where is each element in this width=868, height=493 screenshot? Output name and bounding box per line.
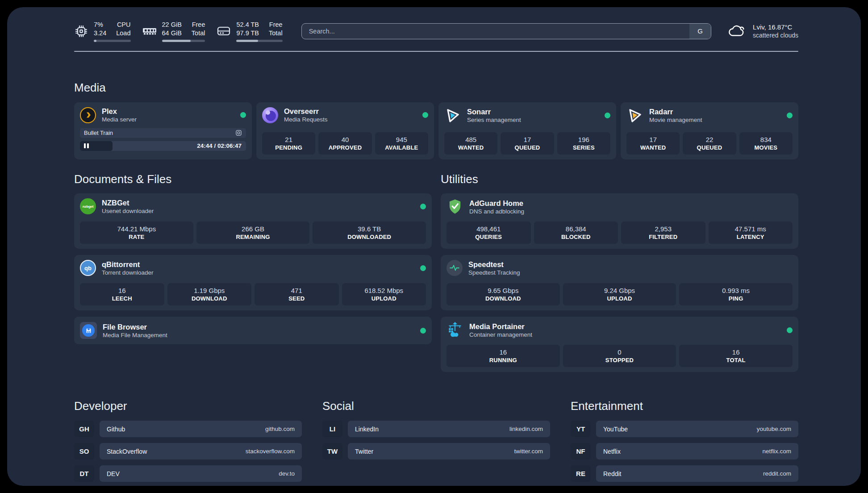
weather-condition: scattered clouds	[753, 32, 798, 39]
link-abbr-badge: SO	[74, 443, 94, 460]
app-subtitle: Media server	[102, 116, 137, 123]
stat-tile: 21PENDING	[262, 132, 315, 155]
link-abbr-badge: YT	[571, 421, 591, 437]
portainer-icon	[447, 322, 463, 338]
disk-stat: 52.4 TB 97.9 TB Free Total	[217, 21, 282, 42]
stat-tile: 16RUNNING	[447, 345, 560, 367]
filebrowser-icon	[80, 322, 97, 339]
search-engine-button[interactable]: G	[689, 24, 711, 39]
app-card-nzbget[interactable]: nzbget NZBGet Usenet downloader 744.21 M…	[74, 193, 432, 249]
link-netflix[interactable]: NF Netflix netflix.com	[571, 443, 798, 460]
app-card-overseerr[interactable]: Overseerr Media Requests 21PENDING 40APP…	[256, 102, 434, 159]
memory-free-label: Free	[192, 21, 205, 29]
stat-tile: 0.993 msPING	[679, 283, 793, 305]
app-subtitle: Movie management	[649, 117, 702, 123]
link-abbr-badge: LI	[322, 421, 342, 437]
status-dot	[240, 112, 246, 118]
cpu-load-label: Load	[116, 29, 130, 38]
link-linkedin[interactable]: LI LinkedIn linkedin.com	[322, 421, 550, 437]
sonarr-icon	[444, 107, 461, 124]
section-title-developer: Developer	[74, 400, 302, 413]
stat-tile: 0STOPPED	[563, 345, 676, 367]
app-card-radarr[interactable]: Radarr Movie management 17WANTED 22QUEUE…	[621, 102, 798, 159]
memory-stat: 22 GiB 64 GiB Free Total	[142, 21, 205, 42]
link-youtube[interactable]: YT YouTube youtube.com	[571, 421, 798, 437]
link-twitter[interactable]: TW Twitter twitter.com	[322, 443, 550, 460]
stat-tile: 86,384BLOCKED	[534, 221, 618, 244]
app-subtitle: Torrent downloader	[102, 269, 154, 276]
dashboard-screen: 7% 3.24 CPU Load	[0, 0, 868, 493]
app-card-portainer[interactable]: Media Portainer Container management 16R…	[441, 317, 798, 372]
stat-tile: 471SEED	[255, 283, 339, 305]
app-name: Speedtest	[468, 260, 520, 268]
section-media: Media Plex Media server	[74, 81, 798, 159]
app-subtitle: Speedtest Tracking	[468, 269, 520, 276]
status-dot	[787, 113, 793, 118]
dashboard-panel: 7% 3.24 CPU Load	[7, 7, 861, 486]
stat-tile: 9.65 GbpsDOWNLOAD	[447, 283, 560, 305]
app-subtitle: Media Requests	[284, 116, 328, 123]
app-card-qbittorrent[interactable]: qb qBittorrent Torrent downloader 16LEEC…	[74, 255, 432, 310]
memory-total-value: 64 GiB	[162, 29, 182, 38]
disk-free-value: 52.4 TB	[236, 21, 259, 29]
link-dev[interactable]: DT DEV dev.to	[74, 465, 302, 482]
overseerr-icon	[262, 107, 278, 123]
disk-progress-fill	[236, 40, 258, 42]
status-dot	[420, 328, 426, 334]
link-abbr-badge: RE	[571, 465, 591, 482]
cpu-label: CPU	[116, 21, 130, 29]
qbittorrent-icon: qb	[80, 260, 96, 276]
stat-tile: 485WANTED	[444, 132, 497, 155]
app-name: NZBGet	[102, 199, 154, 207]
section-title-social: Social	[322, 400, 550, 413]
app-card-speedtest[interactable]: Speedtest Speedtest Tracking 9.65 GbpsDO…	[441, 255, 798, 310]
status-dot	[422, 112, 428, 118]
stat-tile: 744.21 MbpsRATE	[80, 221, 193, 244]
stat-tile: 618.52 MbpsUPLOAD	[342, 283, 426, 305]
disk-total-value: 97.9 TB	[236, 29, 259, 38]
session-screen-icon	[235, 130, 242, 136]
cpu-stat: 7% 3.24 CPU Load	[74, 21, 131, 42]
link-abbr-badge: NF	[571, 443, 591, 460]
stat-tile: 17QUEUED	[501, 132, 554, 155]
memory-total-label: Total	[192, 29, 205, 38]
topbar: 7% 3.24 CPU Load	[74, 21, 798, 42]
stat-tile: 266 GBREMAINING	[196, 221, 310, 244]
plex-playback-progress: 24:44 / 02:06:47	[80, 141, 246, 151]
speedtest-icon	[447, 260, 463, 276]
app-name: qBittorrent	[102, 260, 154, 268]
app-subtitle: Container management	[469, 331, 532, 338]
link-abbr-badge: GH	[74, 421, 94, 437]
link-github[interactable]: GH Github github.com	[74, 421, 302, 437]
link-abbr-badge: TW	[322, 443, 342, 460]
app-name: Sonarr	[467, 108, 521, 116]
stat-tile: 498,461QUERIES	[447, 221, 531, 244]
link-abbr-badge: DT	[74, 465, 94, 482]
app-name: Overseerr	[284, 107, 328, 115]
app-card-adguard[interactable]: AdGuard Home DNS and adblocking 498,461Q…	[441, 193, 798, 249]
stat-tile: 945AVAILABLE	[375, 132, 428, 155]
app-subtitle: Media File Management	[103, 332, 167, 338]
section-entertainment: Entertainment YT YouTube youtube.com NF …	[571, 400, 798, 482]
memory-icon	[142, 26, 157, 36]
section-developer: Developer GH Github github.com SO StackO…	[74, 400, 302, 482]
app-name: Radarr	[649, 108, 702, 116]
link-reddit[interactable]: RE Reddit reddit.com	[571, 465, 798, 482]
section-title-documents: Documents & Files	[74, 173, 432, 186]
stat-tile: 9.24 GbpsUPLOAD	[563, 283, 676, 305]
search-input[interactable]	[302, 24, 689, 39]
adguard-icon	[447, 198, 463, 215]
app-card-filebrowser[interactable]: File Browser Media File Management	[74, 317, 432, 344]
disk-total-label: Total	[269, 29, 283, 38]
link-stackoverflow[interactable]: SO StackOverflow stackoverflow.com	[74, 443, 302, 460]
section-utilities: Utilities AdGuard Home DNS and adblockin…	[441, 173, 798, 372]
app-subtitle: Series management	[467, 117, 521, 123]
now-playing-title: Bullet Train	[84, 130, 113, 136]
stat-tile: 196SERIES	[557, 132, 610, 155]
app-card-sonarr[interactable]: Sonarr Series management 485WANTED 17QUE…	[438, 102, 616, 159]
weather-widget: Lviv, 16.87°C scattered clouds	[727, 23, 798, 39]
app-card-plex[interactable]: Plex Media server Bullet Train	[74, 102, 252, 159]
stat-tile: 1.19 GbpsDOWNLOAD	[167, 283, 252, 305]
playback-elapsed-fill	[80, 141, 113, 151]
stat-tile: 2,953FILTERED	[621, 221, 705, 244]
